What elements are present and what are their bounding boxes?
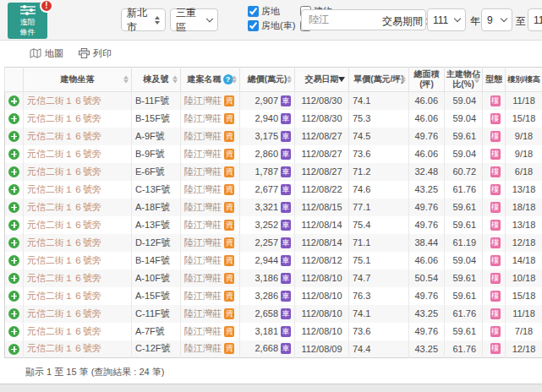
location-link[interactable]: 元信二街１６號旁 (27, 255, 101, 265)
main-building-ratio: 59.04 (445, 92, 483, 110)
unit-price: 74.6 (349, 181, 409, 199)
project-name: 陸江灣莊 (184, 291, 222, 301)
year-from-select[interactable]: 111 (427, 8, 466, 31)
project-info-badge[interactable]: 資 (224, 149, 234, 160)
sort-desc-icon (338, 77, 345, 82)
location-link[interactable]: 元信二街１６號旁 (27, 166, 101, 177)
expand-row-button[interactable] (8, 344, 19, 355)
header-total-price[interactable]: 總價(萬元) (240, 68, 295, 92)
expand-row-button[interactable] (8, 184, 19, 195)
location-link[interactable]: 元信二街１６號旁 (27, 273, 101, 283)
expand-row-button[interactable] (8, 202, 19, 213)
unit-cell: A-18F號 (132, 199, 181, 216)
total-price: 2,257 (255, 237, 278, 248)
project-name: 陸江灣莊 (184, 255, 222, 265)
project-info-badge[interactable]: 資 (224, 166, 234, 177)
location-link[interactable]: 元信二街１６號旁 (27, 95, 101, 106)
project-info-badge[interactable]: 資 (224, 273, 234, 284)
header-area: 總面積(坪) (409, 68, 445, 92)
project-info-badge[interactable]: 資 (224, 113, 234, 124)
project-info-badge[interactable]: 資 (224, 184, 234, 195)
header-project[interactable]: 建案名稱? (181, 68, 240, 92)
total-price: 1,787 (255, 166, 278, 177)
expand-row-button[interactable] (8, 149, 19, 160)
filter-checkbox-land-building[interactable]: 房地 (248, 5, 295, 18)
trade-date: 112/08/10 (295, 287, 349, 305)
month-from-select[interactable]: 9 (481, 8, 512, 31)
project-info-badge[interactable]: 資 (224, 131, 234, 142)
project-info-badge[interactable]: 資 (224, 202, 234, 213)
location-link[interactable]: 元信二街１６號旁 (27, 149, 101, 159)
map-button[interactable]: 地圖 (30, 47, 63, 60)
table-row: 元信二街１６號旁 A-7F號 陸江灣莊資 3,181車 112/08/10 73… (5, 323, 542, 340)
header-unit-price[interactable]: 單價(萬元/坪) (349, 68, 409, 92)
header-location[interactable]: 建物坐落 (24, 68, 132, 92)
sliders-icon (19, 5, 36, 17)
trade-date: 112/08/22 (295, 181, 349, 199)
unit-price: 73.6 (349, 323, 409, 340)
location-link[interactable]: 元信二街１６號旁 (27, 237, 101, 248)
project-info-badge[interactable]: 資 (224, 308, 234, 319)
total-price: 3,321 (255, 202, 278, 212)
location-link[interactable]: 元信二街１６號旁 (27, 220, 101, 230)
project-info-badge[interactable]: 資 (224, 237, 234, 248)
building-type-badge: 樓 (490, 202, 501, 213)
floor-level: 11/18 (506, 305, 542, 323)
location-link[interactable]: 元信二街１６號旁 (27, 131, 101, 141)
expand-row-button[interactable] (8, 273, 19, 284)
table-row: 元信二街１６號旁 C-11F號 陸江灣莊資 2,658車 112/08/10 7… (5, 305, 542, 323)
expand-row-button[interactable] (8, 220, 19, 231)
result-toolbar: 地圖 列印 (0, 41, 542, 67)
main-building-ratio: 59.04 (445, 110, 483, 128)
main-building-ratio: 59.04 (445, 252, 483, 270)
parking-included-badge: 車 (281, 220, 291, 231)
expand-row-button[interactable] (8, 131, 19, 142)
unit-price: 71.1 (349, 234, 409, 252)
expand-row-button[interactable] (8, 291, 19, 302)
header-unit[interactable]: 棟及號 (132, 68, 181, 92)
district-select[interactable]: 三重區 (170, 8, 218, 31)
project-info-badge[interactable]: 資 (224, 255, 234, 266)
print-button[interactable]: 列印 (79, 47, 112, 60)
select-updown-icon (155, 16, 160, 24)
year-to-select[interactable]: 112 (528, 8, 542, 31)
parking-included-badge: 車 (281, 131, 291, 142)
expand-row-button[interactable] (8, 95, 19, 106)
location-link[interactable]: 元信二街１６號旁 (27, 308, 101, 318)
project-info-badge[interactable]: 資 (224, 343, 234, 354)
header-main-ratio[interactable]: 主建物佔比(%) (445, 68, 483, 92)
project-info-badge[interactable]: 資 (224, 95, 234, 106)
project-info-badge[interactable]: 資 (224, 326, 234, 337)
project-name: 陸江灣莊 (184, 220, 222, 230)
expand-row-button[interactable] (8, 326, 19, 337)
project-info-badge[interactable]: 資 (224, 220, 234, 231)
location-link[interactable]: 元信二街１６號旁 (27, 202, 101, 212)
main-building-ratio: 59.61 (445, 128, 483, 145)
total-price: 2,944 (255, 255, 278, 265)
expand-row-button[interactable] (8, 237, 19, 248)
trade-date: 112/08/12 (295, 252, 349, 270)
unit-price: 75.1 (349, 252, 409, 270)
total-area: 50.54 (409, 270, 445, 287)
floor-level: 9/18 (506, 145, 542, 163)
location-link[interactable]: 元信二街１６號旁 (27, 184, 101, 194)
location-link[interactable]: 元信二街１６號旁 (27, 113, 101, 123)
table-row: 元信二街１６號旁 A-9F號 陸江灣莊資 3,175車 112/08/27 74… (5, 128, 542, 145)
header-date[interactable]: 交易日期 (295, 68, 349, 92)
expand-row-button[interactable] (8, 308, 19, 319)
expand-row-button[interactable] (8, 166, 19, 177)
result-summary: 顯示 1 至 15 筆 (查詢結果 : 24 筆) (0, 358, 542, 378)
expand-row-button[interactable] (8, 255, 19, 266)
location-link[interactable]: 元信二街１６號旁 (27, 326, 101, 336)
floor-level: 14/18 (506, 252, 542, 270)
unit-price: 77.1 (349, 199, 409, 216)
table-row: 元信二街１６號旁 B-9F號 陸江灣莊資 2,860車 112/08/27 73… (5, 145, 542, 163)
filter-checkbox-land-building-car[interactable]: 房地(車) (248, 19, 295, 32)
project-info-badge[interactable]: 資 (224, 291, 234, 302)
expand-row-button[interactable] (8, 113, 19, 124)
chevron-down-icon (454, 15, 461, 22)
floor-level: 10/18 (506, 270, 542, 287)
location-link[interactable]: 元信二街１６號旁 (27, 343, 101, 353)
city-select[interactable]: 新北市 (121, 8, 166, 31)
location-link[interactable]: 元信二街１６號旁 (27, 291, 101, 301)
